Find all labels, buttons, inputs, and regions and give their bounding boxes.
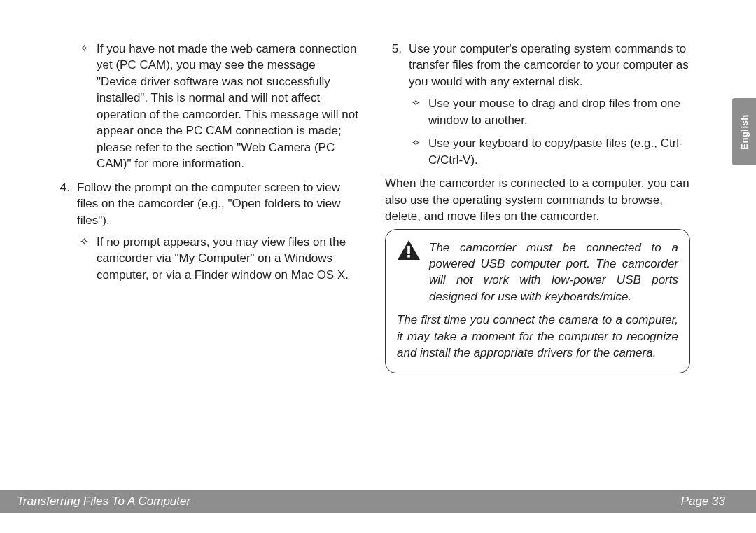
body-paragraph: When the camcorder is connected to a com… bbox=[385, 175, 690, 224]
diamond-icon: ✧ bbox=[80, 234, 97, 250]
diamond-icon: ✧ bbox=[80, 41, 97, 57]
item-text: Use your computer's operating system com… bbox=[409, 41, 690, 90]
diamond-bullet: ✧ Use your mouse to drag and drop files … bbox=[412, 95, 690, 128]
note-text: The camcorder must be connected to a pow… bbox=[429, 240, 678, 305]
bullet-text: If no prompt appears, you may view files… bbox=[97, 234, 358, 283]
item-text: Follow the prompt on the computer screen… bbox=[77, 179, 358, 228]
bullet-text: Use your keyboard to copy/paste files (e… bbox=[428, 135, 690, 168]
note-text: The first time you connect the camera to… bbox=[397, 312, 678, 361]
left-column: ✧ If you have not made the web camera co… bbox=[53, 41, 358, 373]
diamond-bullet: ✧ If no prompt appears, you may view fil… bbox=[80, 234, 358, 283]
svg-rect-1 bbox=[407, 246, 410, 254]
numbered-item-4: 4. Follow the prompt on the computer scr… bbox=[53, 179, 358, 228]
svg-rect-2 bbox=[407, 255, 410, 258]
bullet-text: If you have not made the web camera conn… bbox=[97, 41, 358, 172]
diamond-icon: ✧ bbox=[412, 95, 428, 111]
page-footer: Transferring Files To A Computer Page 33 bbox=[0, 490, 756, 513]
diamond-bullet: ✧ If you have not made the web camera co… bbox=[80, 41, 358, 172]
warning-icon bbox=[397, 240, 421, 263]
footer-section-title: Transferring Files To A Computer bbox=[17, 494, 190, 508]
note-row: The camcorder must be connected to a pow… bbox=[397, 240, 678, 305]
language-tab: English bbox=[732, 98, 756, 165]
footer-page-number: Page 33 bbox=[681, 494, 725, 508]
numbered-item-5: 5. Use your computer's operating system … bbox=[385, 41, 690, 90]
document-page: ✧ If you have not made the web camera co… bbox=[0, 0, 756, 533]
right-column: 5. Use your computer's operating system … bbox=[385, 41, 690, 373]
language-label: English bbox=[739, 114, 750, 149]
note-box: The camcorder must be connected to a pow… bbox=[385, 229, 690, 373]
item-number: 5. bbox=[385, 41, 409, 57]
diamond-bullet: ✧ Use your keyboard to copy/paste files … bbox=[412, 135, 690, 168]
item-number: 4. bbox=[53, 179, 77, 195]
bullet-text: Use your mouse to drag and drop files fr… bbox=[428, 95, 690, 128]
diamond-icon: ✧ bbox=[412, 135, 428, 151]
content-columns: ✧ If you have not made the web camera co… bbox=[0, 0, 756, 373]
